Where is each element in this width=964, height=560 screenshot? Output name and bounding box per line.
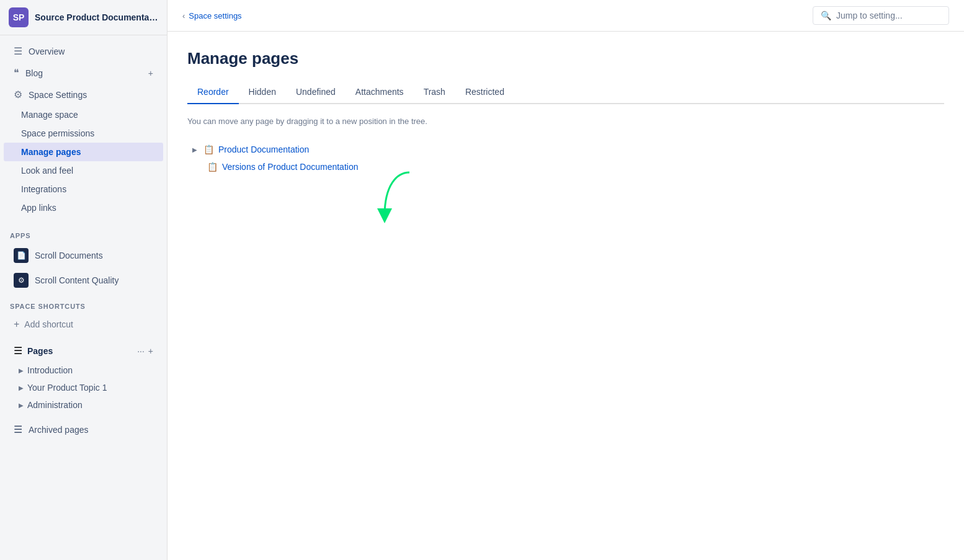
scroll-quality-label: Scroll Content Quality bbox=[35, 275, 118, 285]
apps-section-header: APPS bbox=[0, 222, 167, 243]
tree-expand-icon[interactable]: ▶ bbox=[192, 146, 200, 153]
tree-link-product-doc[interactable]: Product Documentation bbox=[218, 144, 309, 154]
archived-pages-item[interactable]: ☰ Archived pages bbox=[4, 419, 163, 440]
pages-more-icon[interactable]: ··· bbox=[137, 346, 145, 356]
sidebar: SP Source Product Documentati... ☰ Overv… bbox=[0, 0, 167, 560]
tab-trash[interactable]: Trash bbox=[414, 81, 455, 104]
page-title: Manage pages bbox=[187, 49, 944, 68]
sidebar-item-space-settings[interactable]: ⚙ Space Settings bbox=[4, 84, 163, 105]
tab-attachments[interactable]: Attachments bbox=[346, 81, 414, 104]
space-name: Source Product Documentati... bbox=[35, 12, 158, 22]
tab-hidden[interactable]: Hidden bbox=[239, 81, 286, 104]
chevron-right-icon-3: ▶ bbox=[19, 402, 24, 409]
breadcrumb[interactable]: ‹ Space settings bbox=[182, 11, 242, 20]
sidebar-sub-integrations[interactable]: Integrations bbox=[4, 180, 163, 198]
tree-row-child: 📋 Versions of Product Documentation bbox=[187, 158, 944, 176]
add-shortcut-button[interactable]: + Add shortcut bbox=[4, 314, 163, 335]
page-item-introduction[interactable]: ▶ Introduction bbox=[4, 362, 163, 379]
overview-label: Overview bbox=[29, 47, 65, 56]
hint-text: You can move any page by dragging it to … bbox=[187, 117, 944, 126]
tree-row-root: ▶ 📋 Product Documentation bbox=[187, 141, 944, 158]
page-item-your-product-topic[interactable]: ▶ Your Product Topic 1 bbox=[4, 379, 163, 396]
tree-child-page-icon: 📋 bbox=[207, 162, 218, 172]
scroll-docs-icon: 📄 bbox=[14, 248, 29, 263]
sidebar-header[interactable]: SP Source Product Documentati... bbox=[0, 0, 167, 35]
look-feel-label: Look and feel bbox=[21, 166, 73, 176]
manage-space-label: Manage space bbox=[21, 110, 78, 120]
tabs-bar: Reorder Hidden Undefined Attachments Tra… bbox=[187, 81, 944, 104]
space-logo: SP bbox=[9, 7, 29, 27]
integrations-label: Integrations bbox=[21, 184, 66, 194]
scroll-docs-label: Scroll Documents bbox=[35, 251, 103, 260]
tree-link-versions[interactable]: Versions of Product Documentation bbox=[222, 162, 358, 172]
search-icon: 🔍 bbox=[821, 11, 831, 20]
blog-icon: ❝ bbox=[14, 67, 19, 79]
chevron-right-icon-2: ▶ bbox=[19, 384, 24, 391]
top-bar: ‹ Space settings 🔍 Jump to setting... bbox=[167, 0, 964, 32]
shortcuts-section-header: SPACE SHORTCUTS bbox=[0, 293, 167, 314]
settings-gear-icon: ⚙ bbox=[14, 89, 22, 100]
sidebar-sub-manage-space[interactable]: Manage space bbox=[4, 105, 163, 124]
search-box[interactable]: 🔍 Jump to setting... bbox=[813, 6, 949, 25]
app-links-label: App links bbox=[21, 203, 56, 213]
content-area: Manage pages Reorder Hidden Undefined At… bbox=[167, 32, 964, 560]
scroll-quality-icon: ⚙ bbox=[14, 273, 29, 288]
pages-actions: ··· + bbox=[137, 346, 153, 356]
sidebar-sub-app-links[interactable]: App links bbox=[4, 198, 163, 217]
breadcrumb-arrow-icon: ‹ bbox=[182, 11, 185, 20]
add-shortcut-label: Add shortcut bbox=[24, 319, 73, 329]
archived-label: Archived pages bbox=[29, 425, 89, 435]
manage-pages-label: Manage pages bbox=[21, 147, 81, 157]
space-settings-label: Space Settings bbox=[29, 90, 87, 100]
blog-label: Blog bbox=[25, 68, 43, 78]
archived-icon: ☰ bbox=[14, 424, 22, 435]
sidebar-sub-space-permissions[interactable]: Space permissions bbox=[4, 124, 163, 143]
overview-icon: ☰ bbox=[14, 45, 22, 57]
sidebar-sub-look-feel[interactable]: Look and feel bbox=[4, 161, 163, 180]
sidebar-nav: ☰ Overview ❝ Blog + ⚙ Space Settings Man… bbox=[0, 35, 167, 222]
tab-reorder[interactable]: Reorder bbox=[187, 81, 239, 104]
pages-header[interactable]: ☰ Pages ··· + bbox=[4, 340, 163, 362]
main-content: ‹ Space settings 🔍 Jump to setting... Ma… bbox=[167, 0, 964, 560]
page-tree: ▶ 📋 Product Documentation 📋 Versions of … bbox=[187, 136, 944, 180]
blog-add-icon[interactable]: + bbox=[148, 68, 153, 78]
administration-label: Administration bbox=[27, 400, 83, 410]
breadcrumb-label: Space settings bbox=[189, 11, 241, 20]
sidebar-item-overview[interactable]: ☰ Overview bbox=[4, 40, 163, 62]
add-shortcut-plus-icon: + bbox=[14, 319, 19, 330]
introduction-label: Introduction bbox=[27, 365, 73, 375]
sidebar-app-scroll-docs[interactable]: 📄 Scroll Documents bbox=[4, 243, 163, 268]
space-permissions-label: Space permissions bbox=[21, 128, 94, 138]
chevron-right-icon: ▶ bbox=[19, 367, 24, 374]
sidebar-app-scroll-quality[interactable]: ⚙ Scroll Content Quality bbox=[4, 268, 163, 293]
page-item-administration[interactable]: ▶ Administration bbox=[4, 396, 163, 414]
sidebar-item-blog[interactable]: ❝ Blog + bbox=[4, 62, 163, 84]
your-product-topic-label: Your Product Topic 1 bbox=[27, 383, 107, 393]
pages-icon: ☰ bbox=[14, 345, 22, 357]
tab-undefined[interactable]: Undefined bbox=[286, 81, 346, 104]
pages-section: ☰ Pages ··· + ▶ Introduction ▶ Your Prod… bbox=[0, 335, 167, 419]
search-placeholder: Jump to setting... bbox=[836, 11, 903, 20]
pages-label: Pages bbox=[27, 346, 132, 356]
tab-restricted[interactable]: Restricted bbox=[455, 81, 514, 104]
tree-page-icon: 📋 bbox=[203, 144, 215, 154]
pages-add-icon[interactable]: + bbox=[148, 346, 153, 356]
sidebar-sub-manage-pages[interactable]: Manage pages bbox=[4, 143, 163, 161]
